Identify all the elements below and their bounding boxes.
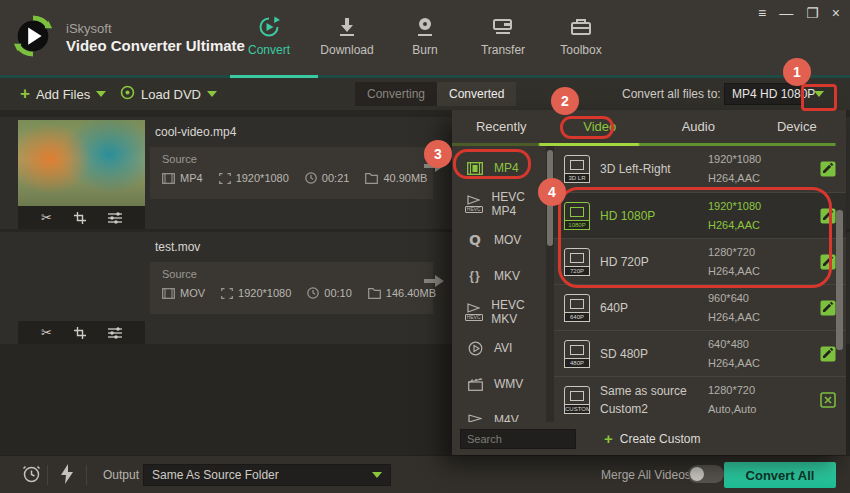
tab-download[interactable]: Download <box>308 8 386 57</box>
format-item-mkv[interactable]: {} MKV <box>452 258 546 294</box>
plus-icon: + <box>20 84 30 104</box>
minimize-icon[interactable]: — <box>779 4 793 22</box>
output-format-select[interactable]: MP4 HD 1080P <box>724 83 802 105</box>
create-custom-label: Create Custom <box>620 432 701 446</box>
preset-list: 3D LR 3D Left-Right 1920*1080H264,AAC 10… <box>554 146 846 422</box>
source-label: Source <box>162 153 433 165</box>
format-item-hevc-mkv[interactable]: HEVC HEVC MKV <box>452 294 546 330</box>
effects-icon[interactable] <box>108 212 122 224</box>
format-item-mp4[interactable]: MP4 <box>452 150 546 186</box>
preset-same-as-source[interactable]: CUSTOM Same as sourceCustom2 1280*720Aut… <box>554 376 846 422</box>
format-label: WMV <box>494 377 523 391</box>
divider <box>86 465 87 485</box>
file-duration: 00:10 <box>324 287 352 299</box>
tab-audio[interactable]: Audio <box>649 110 748 143</box>
close-icon[interactable]: × <box>832 4 840 22</box>
preset-codec: H264,AAC <box>708 219 760 231</box>
tab-video[interactable]: Video <box>551 110 650 143</box>
source-info: Source MP4 1920*1080 00:21 40.90MB <box>150 147 433 199</box>
tab-converted[interactable]: Converted <box>437 82 516 106</box>
trim-icon[interactable]: ✂ <box>41 326 52 339</box>
format-item-m4v[interactable]: M4V <box>452 402 546 422</box>
footer-bar: Output Same As Source Folder Merge All V… <box>0 455 850 493</box>
tab-burn[interactable]: Burn <box>386 8 464 57</box>
file-format: MOV <box>180 287 205 299</box>
preset-list-scrollbar[interactable] <box>836 210 843 350</box>
menu-icon[interactable]: ≡ <box>758 4 766 22</box>
format-item-hevc-mp4[interactable]: HEVC HEVC MP4 <box>452 186 546 222</box>
tab-transfer[interactable]: Transfer <box>464 8 542 57</box>
crop-icon[interactable] <box>74 212 86 224</box>
edit-preset-icon[interactable] <box>818 254 836 270</box>
preset-codec: H264,AAC <box>708 265 760 277</box>
preset-resolution: 1280*720 <box>708 246 755 258</box>
add-files-label: Add Files <box>36 87 90 102</box>
trim-icon[interactable]: ✂ <box>41 211 52 224</box>
output-label: Output <box>103 468 139 482</box>
file-resolution: 1920*1080 <box>238 287 291 299</box>
effects-icon[interactable] <box>108 327 122 339</box>
search-input[interactable] <box>460 429 576 449</box>
thumbnail-toolbar: ✂ <box>18 321 145 344</box>
divider <box>47 465 48 485</box>
preset-codec: H264,AAC <box>708 357 760 369</box>
convert-all-files-label: Convert all files to: <box>622 78 721 110</box>
preset-3d-left-right[interactable]: 3D LR 3D Left-Right 1920*1080H264,AAC <box>554 146 846 192</box>
format-item-avi[interactable]: AVI <box>452 330 546 366</box>
schedule-icon[interactable] <box>22 464 41 487</box>
preset-name: HD 720P <box>600 255 649 269</box>
chevron-down-icon[interactable] <box>207 91 217 97</box>
preset-640p[interactable]: 640P 640P 960*640H264,AAC <box>554 284 846 330</box>
tab-toolbox[interactable]: Toolbox <box>542 8 620 57</box>
preset-hd-720p[interactable]: 720P HD 720P 1280*720H264,AAC <box>554 238 846 284</box>
app-logo-icon <box>10 13 56 63</box>
edit-preset-icon[interactable] <box>818 346 836 362</box>
delete-preset-icon[interactable] <box>818 392 836 408</box>
preset-file-icon: 3D LR <box>564 155 590 183</box>
tab-device[interactable]: Device <box>748 110 847 143</box>
maximize-icon[interactable]: ❐ <box>806 4 819 22</box>
tab-converting[interactable]: Converting <box>355 82 437 106</box>
preset-sd-480p[interactable]: 480P SD 480P 640*480H264,AAC <box>554 330 846 376</box>
convert-all-button[interactable]: Convert All <box>724 462 836 488</box>
clapperboard-icon <box>464 378 486 391</box>
preset-name: 640P <box>600 301 628 315</box>
tab-label: Burn <box>412 43 437 57</box>
edit-preset-icon[interactable] <box>818 161 836 177</box>
chevron-down-icon <box>372 472 382 478</box>
tab-recently[interactable]: Recently <box>452 110 551 143</box>
tab-convert[interactable]: Convert <box>230 8 308 57</box>
burn-disc-icon <box>414 14 436 38</box>
file-size: 40.90MB <box>383 172 427 184</box>
tab-label: Convert <box>248 43 290 57</box>
pennant-icon <box>464 414 486 423</box>
source-info: Source MOV 1920*1080 00:10 146.40MB <box>150 262 433 314</box>
crop-icon[interactable] <box>74 327 86 339</box>
preset-codec: H264,AAC <box>708 311 760 323</box>
create-custom-button[interactable]: + Create Custom <box>604 430 700 447</box>
preset-file-icon: 480P <box>564 340 590 368</box>
load-dvd-label: Load DVD <box>141 87 201 102</box>
merge-toggle[interactable] <box>688 465 724 483</box>
edit-preset-icon[interactable] <box>818 208 836 224</box>
preset-resolution: 1280*720 <box>708 384 755 396</box>
output-format-dropdown-button[interactable] <box>804 83 834 105</box>
hevc-play-icon: HEVC <box>464 195 484 213</box>
format-list-scrollbar[interactable] <box>546 146 554 422</box>
load-dvd-button[interactable]: Load DVD <box>120 78 217 110</box>
preset-hd-1080p[interactable]: 1080P HD 1080P 1920*1080H264,AAC <box>554 192 846 238</box>
dvd-icon <box>120 85 135 103</box>
file-name: cool-video.mp4 <box>155 125 236 139</box>
add-files-button[interactable]: + Add Files <box>20 78 106 110</box>
chevron-down-icon[interactable] <box>96 91 106 97</box>
format-item-wmv[interactable]: WMV <box>452 366 546 402</box>
preset-name: 3D Left-Right <box>600 162 671 176</box>
format-item-mov[interactable]: Q MOV <box>452 222 546 258</box>
merge-all-videos-label: Merge All Videos <box>601 468 691 482</box>
high-speed-icon[interactable] <box>60 464 74 488</box>
app-title: Video Converter Ultimate <box>66 37 245 56</box>
video-thumbnail[interactable] <box>18 235 145 321</box>
output-folder-select[interactable]: Same As Source Folder <box>143 464 391 486</box>
video-thumbnail[interactable] <box>18 120 145 206</box>
edit-preset-icon[interactable] <box>818 300 836 316</box>
